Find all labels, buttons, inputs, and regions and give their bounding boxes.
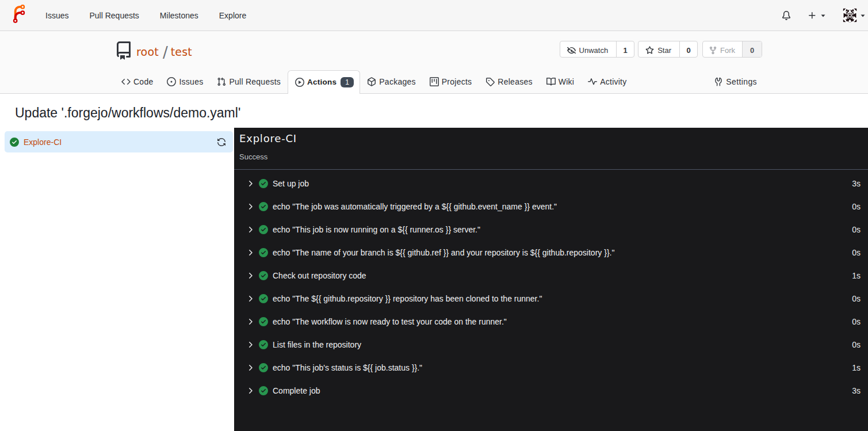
chevron-right-icon — [246, 317, 255, 326]
step-row-5[interactable]: Check out repository code 1s — [234, 264, 868, 287]
step-success-icon — [259, 294, 268, 303]
project-icon — [430, 77, 439, 86]
step-name: echo "This job is now running on a ${{ r… — [273, 225, 852, 234]
tools-icon — [714, 77, 723, 86]
tab-activity[interactable]: Activity — [581, 70, 633, 93]
navbar-link-milestones[interactable]: Milestones — [150, 11, 209, 20]
job-success-icon — [10, 138, 19, 147]
step-row-8[interactable]: List files in the repository 0s — [234, 333, 868, 356]
chevron-right-icon — [246, 271, 255, 280]
run-title: Update '.forgejo/workflows/demo.yaml' — [15, 105, 868, 121]
step-duration: 3s — [852, 179, 861, 188]
repo-icon — [114, 41, 133, 60]
step-success-icon — [259, 340, 268, 349]
chevron-right-icon — [246, 363, 255, 372]
tab-label: Pull Requests — [229, 70, 281, 93]
chevron-right-icon — [246, 225, 255, 234]
notifications-bell-icon[interactable] — [782, 11, 791, 20]
steps-list: Set up job 3s echo "The job was automati… — [234, 170, 868, 402]
star-button[interactable]: Star — [638, 41, 679, 57]
forks-count[interactable]: 0 — [742, 41, 762, 57]
unwatch-label: Unwatch — [579, 46, 609, 55]
fork-button-group: Fork 0 — [702, 41, 762, 58]
navbar-links: Issues Pull Requests Milestones Explore — [35, 11, 257, 20]
tab-releases[interactable]: Releases — [479, 70, 539, 93]
step-name: echo "This job's status is ${{ job.statu… — [273, 363, 852, 372]
job-log-header: Explore-CI Success — [234, 128, 868, 161]
step-success-icon — [259, 386, 268, 395]
job-log-title: Explore-CI — [239, 131, 859, 146]
step-row-6[interactable]: echo "The ${{ github.repository }} repos… — [234, 287, 868, 310]
tab-label: Releases — [498, 70, 532, 93]
tab-wiki[interactable]: Wiki — [540, 70, 581, 93]
job-rerun-icon[interactable] — [217, 138, 226, 147]
tab-projects[interactable]: Projects — [423, 70, 479, 93]
jobs-sidebar: Explore-CI — [0, 128, 234, 152]
issue-icon — [167, 77, 176, 86]
step-name: Check out repository code — [273, 271, 852, 280]
step-success-icon — [259, 179, 268, 188]
repo-owner-link[interactable]: root — [136, 43, 159, 61]
job-name: Explore-CI — [24, 138, 217, 147]
tab-label: Actions — [307, 71, 337, 94]
step-row-1[interactable]: Set up job 3s — [234, 172, 868, 195]
fork-button[interactable]: Fork — [703, 41, 742, 57]
job-item-explore-ci[interactable]: Explore-CI — [5, 131, 233, 152]
step-name: echo "The name of your branch is ${{ git… — [273, 248, 852, 257]
tab-settings[interactable]: Settings — [707, 70, 762, 93]
star-button-group: Star 0 — [638, 41, 698, 58]
navbar-link-issues[interactable]: Issues — [35, 11, 79, 20]
step-duration: 0s — [852, 340, 861, 349]
star-icon — [645, 46, 654, 55]
top-navbar: Issues Pull Requests Milestones Explore — [0, 0, 868, 31]
create-new-button[interactable] — [808, 11, 827, 20]
step-row-9[interactable]: echo "This job's status is ${{ job.statu… — [234, 356, 868, 379]
repo-name-link[interactable]: test — [171, 43, 192, 61]
step-row-4[interactable]: echo "The name of your branch is ${{ git… — [234, 241, 868, 264]
play-icon — [295, 78, 304, 87]
stars-count[interactable]: 0 — [679, 41, 697, 57]
navbar-link-explore[interactable]: Explore — [209, 11, 257, 20]
step-duration: 1s — [852, 271, 861, 280]
tab-issues[interactable]: Issues — [160, 70, 210, 93]
create-new-caret-icon — [820, 12, 827, 19]
repo-title-separator: / — [163, 43, 168, 62]
user-menu-button[interactable] — [843, 8, 866, 22]
step-success-icon — [259, 271, 268, 280]
step-row-2[interactable]: echo "The job was automatically triggere… — [234, 195, 868, 218]
tab-packages[interactable]: Packages — [360, 70, 422, 93]
star-label: Star — [657, 46, 671, 55]
forgejo-logo-icon[interactable] — [10, 5, 28, 23]
unwatch-button[interactable]: Unwatch — [560, 41, 617, 57]
watchers-count[interactable]: 1 — [616, 41, 634, 57]
run-view: Update '.forgejo/workflows/demo.yaml' Ex… — [0, 105, 868, 431]
chevron-right-icon — [246, 340, 255, 349]
step-duration: 0s — [852, 202, 861, 211]
tab-label: Activity — [600, 70, 626, 93]
tab-pull-requests[interactable]: Pull Requests — [210, 70, 288, 93]
step-row-3[interactable]: echo "This job is now running on a ${{ r… — [234, 218, 868, 241]
chevron-right-icon — [246, 294, 255, 303]
step-duration: 0s — [852, 248, 861, 257]
user-menu-caret-icon — [859, 12, 866, 19]
step-row-10[interactable]: Complete job 3s — [234, 379, 868, 402]
tab-actions[interactable]: Actions 1 — [288, 70, 360, 94]
step-name: echo "The job was automatically triggere… — [273, 202, 852, 211]
job-log-status: Success — [239, 152, 859, 161]
repo-tabs: Code Issues Pull Requests Actions 1 Pack… — [114, 70, 762, 93]
step-duration: 0s — [852, 294, 861, 303]
chevron-right-icon — [246, 386, 255, 395]
repo-container: root / test Unwatch 1 Star — [114, 31, 762, 93]
navbar-link-pull-requests[interactable]: Pull Requests — [79, 11, 149, 20]
tab-label: Packages — [379, 70, 415, 93]
step-duration: 1s — [852, 363, 861, 372]
tab-label: Wiki — [559, 70, 574, 93]
repo-action-buttons: Unwatch 1 Star 0 Fork 0 — [560, 41, 762, 58]
tab-code[interactable]: Code — [114, 70, 160, 93]
step-success-icon — [259, 248, 268, 257]
fork-icon — [709, 46, 717, 55]
navbar-right — [782, 8, 868, 22]
step-duration: 0s — [852, 225, 861, 234]
step-row-7[interactable]: echo "The workflow is now ready to test … — [234, 310, 868, 333]
tab-label: Code — [133, 70, 153, 93]
